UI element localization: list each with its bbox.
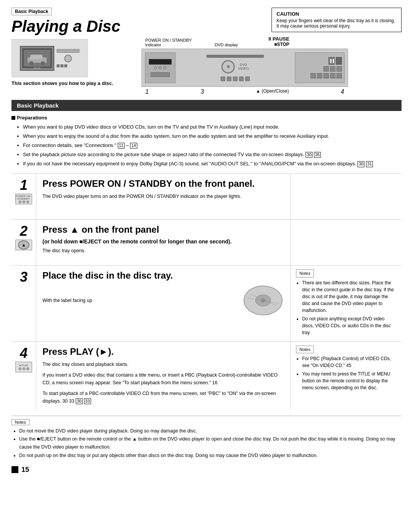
step-4-body3: To start playback of a PBC-controllable …	[42, 390, 284, 405]
breadcrumb: Basic Playback	[11, 8, 52, 15]
device-btn-2	[227, 77, 231, 81]
diagram-num1: 1	[145, 88, 149, 95]
step-4-number: 4	[20, 346, 28, 360]
ref-35: 35	[314, 152, 321, 158]
step-2-content: Press ▲ on the front panel (or hold down…	[36, 220, 291, 265]
step-4-row: 4 ►PLAY Press PLAY (►). The disc tray cl…	[11, 341, 402, 410]
steps-container: 1 POWER ON / STANDBY Press POWER ON / ST…	[11, 173, 402, 409]
caution-title: CAUTION	[276, 11, 397, 17]
svg-point-2	[29, 61, 33, 65]
stop-btn-indicator	[336, 57, 342, 65]
label-stop: ■STOP	[274, 42, 289, 47]
device-left-panel	[145, 52, 176, 83]
diagram-bottom-labels: 1 3 ▲ (Open/Close) 4	[141, 87, 348, 95]
disc-button	[221, 60, 235, 73]
prep-item-3: For connection details, see "Connections…	[23, 141, 402, 150]
header-section: Basic Playback Playing a Disc	[11, 8, 402, 95]
preparations-title: Preparations	[11, 115, 402, 121]
section-description: This section shows you how to play a dis…	[11, 80, 134, 86]
ref-33: 33	[84, 398, 91, 404]
ref-30b: 30	[358, 161, 364, 167]
caution-box: CAUTION Keep your fingers well clear of …	[272, 8, 402, 32]
diagram-num4: 4	[341, 88, 344, 95]
step-4-notes-list: For PBC (Playback Control) of VIDEO CDs,…	[296, 355, 396, 391]
ref-11: 11	[118, 143, 125, 149]
step-3-content: Place the disc in the disc tray. With th…	[36, 266, 291, 341]
dvd-logo: DVDVIDEO	[238, 63, 249, 70]
step-1-num-col: 1 POWER ON / STANDBY	[11, 174, 36, 219]
step-3-row: 3 Place the disc in the disc tray. With …	[11, 265, 402, 341]
label-power: POWER ON / STANDBY indicator	[145, 38, 192, 47]
step-3-note-2: Do not place anything except DVD video d…	[302, 315, 396, 336]
device-bar	[151, 72, 170, 77]
diagram-num3: 3	[200, 88, 204, 95]
step-3-note-1: There are two different disc sizes. Plac…	[302, 279, 396, 314]
step-3-notes: Notes There are two different disc sizes…	[291, 266, 402, 341]
step-4-icon: ►PLAY	[15, 362, 32, 372]
caution-text: Keep your fingers well clear of the disc…	[276, 18, 397, 29]
right-btn-3	[337, 66, 342, 72]
right-btn-4	[311, 73, 316, 78]
right-btn-5	[317, 73, 322, 78]
right-btn-row	[324, 66, 342, 72]
step-2-num-col: 2 ▲	[11, 220, 36, 265]
svg-point-3	[41, 61, 45, 65]
step-1-title: Press POWER ON / STANDBY on the front pa…	[42, 178, 284, 189]
disc-illustration	[242, 284, 284, 318]
device-dot-2	[159, 66, 162, 69]
step-3-title: Place the disc in the disc tray.	[42, 270, 284, 281]
right-btn-8	[337, 73, 342, 78]
bottom-note-2: Use the ■/EJECT button on the remote con…	[19, 435, 402, 452]
step-1-content: Press POWER ON / STANDBY on the front pa…	[36, 174, 291, 219]
device-buttons-row	[221, 77, 250, 81]
right-btn-2	[330, 66, 335, 72]
dvd-player-image: 00:01	[11, 39, 88, 77]
step-1-row: 1 POWER ON / STANDBY Press POWER ON / ST…	[11, 173, 402, 219]
label-pause: II PAUSE	[268, 36, 289, 42]
step-2-icon: ▲	[15, 240, 32, 250]
step-3-num-col: 3	[11, 266, 36, 341]
device-dot-1	[154, 66, 157, 69]
label-dvd: DVD display	[215, 42, 238, 47]
bottom-notes-list: Do not move the DVD video player during …	[11, 427, 402, 460]
device-segment-display	[149, 59, 172, 65]
ref-31: 31	[366, 161, 373, 167]
ref-14: 14	[130, 143, 137, 149]
ref-30: 30	[306, 152, 312, 158]
step-4-notes-title: Notes	[296, 346, 314, 354]
step-2-title: Press ▲ on the front panel	[42, 224, 284, 235]
device-diagram: DVDVIDEO ▐▐	[141, 49, 348, 87]
page-number: 15	[21, 466, 29, 474]
prep-item-4: Set the playback picture size according …	[23, 150, 402, 159]
step-3-notes-list: There are two different disc sizes. Plac…	[296, 279, 396, 336]
step-4-body2: If you insert a DVD video disc that cont…	[42, 371, 284, 387]
pause-stop-area: ▐▐	[328, 57, 342, 65]
label-pause-stop: II PAUSE ■STOP	[268, 36, 289, 47]
bottom-note-3: Do not push up on the disc tray or put a…	[19, 452, 402, 460]
step-3-notes-title: Notes	[296, 269, 314, 277]
prep-item-2: When you want to enjoy the sound of a di…	[23, 132, 402, 140]
pause-btn-indicator: ▐▐	[328, 57, 335, 65]
device-center: DVDVIDEO	[179, 55, 291, 81]
device-btn-3	[233, 77, 237, 81]
step-2-number: 2	[20, 224, 28, 238]
bullet-square	[11, 116, 15, 120]
step-1-icon: POWER ON / STANDBY	[15, 194, 32, 204]
preparations-label: Preparations	[17, 115, 47, 121]
step-2-subtitle: (or hold down ■/EJECT on the remote cont…	[42, 238, 284, 245]
bottom-notes-title: Notes	[11, 419, 29, 425]
disc-slot	[206, 55, 264, 58]
step-4-content: Press PLAY (►). The disc tray closes and…	[36, 342, 291, 410]
main-title: Playing a Disc	[11, 18, 134, 35]
bottom-note-1: Do not move the DVD video player during …	[19, 427, 402, 435]
right-btn-7	[330, 73, 335, 78]
step-4-num-col: 4 ►PLAY	[11, 342, 36, 410]
device-btn-4	[239, 77, 244, 81]
device-dot-3	[163, 66, 166, 69]
page-num-square-icon	[11, 466, 18, 473]
right-btn-6	[324, 73, 329, 78]
device-btn-1	[221, 77, 225, 81]
step-4-note-1: For PBC (Playback Control) of VIDEO CDs,…	[302, 355, 396, 369]
step-3-number: 3	[20, 270, 28, 284]
step-4-notes: Notes For PBC (Playback Control) of VIDE…	[291, 342, 402, 410]
